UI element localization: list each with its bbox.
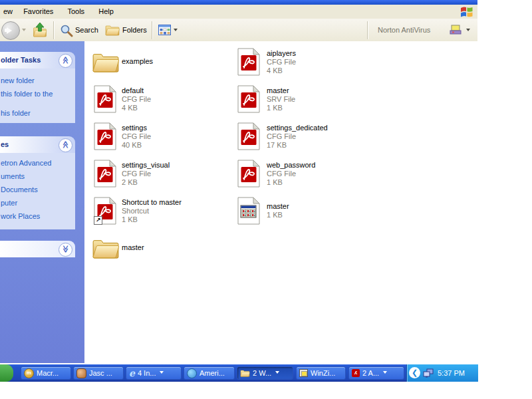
norton-antivirus-button[interactable]: Norton AntiVirus — [378, 26, 430, 34]
macromedia-icon: m — [24, 368, 34, 378]
toolbar-separator — [152, 21, 153, 39]
file-size: 1 KB — [267, 211, 289, 219]
task-link-make-new-folder[interactable]: new folder — [1, 76, 35, 84]
menu-bar: ew Favorites Tools Help — [0, 5, 477, 19]
up-button[interactable] — [32, 23, 48, 37]
norton-antivirus-icon[interactable] — [450, 25, 462, 35]
expand-section-button[interactable]: ≪ — [59, 243, 72, 257]
folder-tasks-title: older Tasks — [1, 56, 41, 64]
task-link-share-folder[interactable]: his folder — [1, 109, 31, 117]
acrobat-icon: ʎ — [352, 369, 360, 377]
menu-view-partial[interactable]: ew — [3, 5, 13, 15]
shortcut-arrow-icon: ↗ — [94, 216, 102, 225]
file-size: 40 KB — [122, 141, 151, 150]
taskbar-button-acrobat-group[interactable]: ʎ 2 A... — [348, 366, 404, 380]
folder-icon — [92, 237, 120, 259]
folders-button[interactable]: Folders — [122, 26, 147, 34]
file-name: settings_dedicated — [267, 124, 328, 132]
network-tray-icon[interactable] — [423, 368, 434, 378]
toolbar-separator — [53, 21, 55, 39]
folders-icon[interactable] — [105, 24, 120, 36]
group-dropdown-caret — [383, 371, 387, 376]
place-link-parent-folder[interactable]: etron Advanced — [1, 159, 51, 167]
menu-favorites[interactable]: Favorites — [23, 5, 53, 15]
forward-dropdown-caret[interactable] — [22, 29, 26, 33]
taskbar-button-explorer-group[interactable]: 2 W... — [237, 366, 293, 380]
task-link-publish-folder[interactable]: this folder to the — [1, 90, 53, 98]
file-name: examples — [122, 57, 153, 66]
norton-dropdown-caret[interactable] — [466, 29, 470, 33]
file-size: 4 KB — [122, 104, 151, 112]
file-size: 4 KB — [267, 66, 296, 75]
jasc-icon — [76, 368, 86, 378]
aol-icon — [187, 368, 197, 378]
file-type: CFG File — [122, 170, 170, 178]
menu-help[interactable]: Help — [98, 5, 114, 15]
file-type: CFG File — [267, 170, 315, 178]
internet-explorer-icon: e — [129, 368, 135, 378]
search-button[interactable]: Search — [75, 26, 98, 34]
taskbar-button-internet-explorer-group[interactable]: e 4 In... — [126, 366, 182, 380]
place-link-my-computer[interactable]: puter — [1, 199, 17, 207]
file-name: settings — [122, 124, 151, 132]
file-size: 1 KB — [122, 215, 182, 224]
file-size: 1 KB — [267, 178, 315, 187]
collapse-section-button[interactable]: ≪ — [59, 54, 72, 68]
search-icon[interactable] — [60, 24, 73, 37]
file-type: CFG File — [122, 132, 151, 141]
other-places-body: etron Advanced uments Documents puter wo… — [0, 153, 75, 229]
file-name: aiplayers — [267, 49, 296, 58]
taskbar-button-macromedia[interactable]: m Macr... — [21, 366, 71, 380]
desktop-screenshot: ew Favorites Tools Help Search Fol — [0, 0, 532, 399]
windows-flag-icon — [460, 5, 473, 18]
settings-document-icon — [237, 197, 260, 225]
hide-icons-chevron-button[interactable]: ❮ — [409, 367, 420, 378]
folder-tasks-header[interactable]: older Tasks ≪ — [0, 52, 75, 68]
start-button-partial[interactable] — [0, 364, 13, 382]
file-name: master — [267, 202, 289, 211]
file-type: CFG File — [122, 95, 151, 104]
other-places-title: es — [1, 140, 9, 148]
file-size: 1 KB — [267, 104, 295, 112]
taskbar-button-winzip[interactable]: WinZi... — [296, 366, 346, 380]
task-pane: older Tasks ≪ new folder this folder to … — [0, 41, 84, 363]
explorer-main-area: older Tasks ≪ new folder this folder to … — [0, 41, 477, 363]
place-link-shared-documents[interactable]: Documents — [1, 186, 38, 194]
cfg-file-icon — [237, 160, 260, 188]
file-name: default — [122, 86, 151, 95]
file-type: CFG File — [267, 132, 328, 141]
other-places-header[interactable]: es ≪ — [0, 136, 75, 153]
toolbar-separator — [367, 21, 368, 39]
group-dropdown-caret — [160, 371, 164, 376]
cfg-file-icon — [237, 48, 260, 76]
file-size: 17 KB — [267, 141, 328, 150]
views-icon[interactable] — [158, 25, 171, 35]
group-dropdown-caret — [275, 371, 279, 376]
details-header[interactable]: ≪ — [0, 241, 75, 257]
cfg-file-icon — [237, 122, 260, 150]
system-tray: ❮ 5:37 PM — [406, 364, 478, 382]
file-name: Shortcut to master — [122, 198, 182, 207]
file-type: SRV File — [267, 95, 295, 104]
cfg-file-icon — [94, 122, 116, 150]
place-link-my-documents[interactable]: uments — [1, 172, 25, 180]
folder-tasks-body: new folder this folder to the his folder — [0, 68, 75, 123]
clock[interactable]: 5:37 PM — [438, 369, 465, 377]
menu-tools[interactable]: Tools — [67, 5, 84, 15]
window-title-bar[interactable] — [0, 0, 477, 5]
file-name: master — [267, 86, 295, 95]
place-link-network-places[interactable]: work Places — [1, 212, 40, 220]
folder-icon — [92, 51, 120, 73]
toolbar: Search Folders Norton AntiVirus — [0, 19, 477, 42]
cfg-file-icon — [94, 85, 116, 113]
taskbar-button-aol[interactable]: Ameri... — [184, 366, 235, 380]
folder-icon — [240, 369, 250, 377]
file-type: Shortcut — [122, 207, 182, 215]
views-dropdown-caret[interactable] — [174, 29, 178, 33]
file-type: CFG File — [267, 58, 296, 66]
taskbar-button-jasc[interactable]: Jasc ... — [73, 366, 124, 380]
forward-button[interactable] — [1, 21, 20, 40]
collapse-section-button[interactable]: ≪ — [59, 138, 72, 152]
taskbar: m Macr... Jasc ... e 4 In... Ameri... 2 … — [0, 364, 477, 382]
file-name: settings_visual — [122, 161, 170, 170]
